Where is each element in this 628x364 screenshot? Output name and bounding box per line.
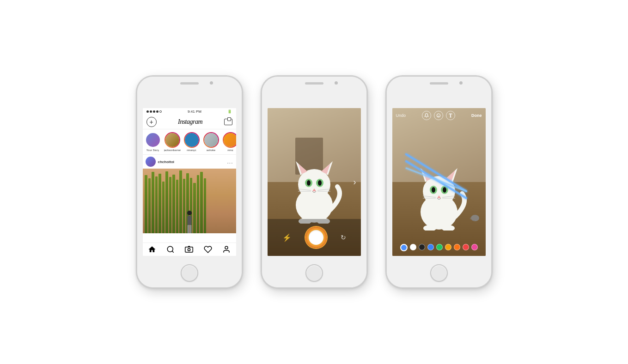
ninanyc-avatar [184,132,200,148]
cactus-3 [152,172,154,233]
cat-photo-background: › ⚡ ↻ [268,108,361,256]
instagram-logo: Instagram [178,118,202,126]
heart-nav-button[interactable] [204,245,212,254]
post-header: chchoitoi ... [143,155,236,169]
instagram-header: + Instagram [143,115,236,129]
profile-nav-button[interactable] [222,245,231,254]
svg-line-43 [406,154,466,191]
color-black[interactable] [419,244,425,250]
signal-dots [146,110,162,113]
story-item-minz[interactable]: minz [222,132,236,152]
story-item-ashoke[interactable]: ashoke [203,132,219,152]
cactus-17 [200,172,203,233]
signal-dot-4 [156,110,159,113]
speaker-icon [180,82,199,85]
phone-drawing: Undo Done [386,76,492,288]
your-story-label: Your Story [146,149,159,152]
post-options-button[interactable]: ... [227,158,233,165]
color-pink[interactable] [471,244,478,250]
phone-camera: › ⚡ ↻ [261,76,367,288]
bottom-navigation [143,243,236,256]
cactus-4 [155,176,158,233]
inbox-icon[interactable] [224,119,232,125]
cactus-16 [197,175,199,233]
cactus-7 [165,171,168,233]
jacksonbarnett-label: jacksonbarnett [164,149,181,152]
color-blue[interactable] [427,244,434,250]
speaker-icon-2 [305,82,323,85]
phone-top-notch-3 [387,77,491,90]
drawing-top-bar: Undo Done [392,108,486,123]
front-camera-icon-2 [335,81,338,85]
color-orange[interactable] [454,244,460,250]
svg-point-50 [437,114,440,117]
cactus-8 [169,177,171,233]
cactus-6 [162,182,165,233]
signal-dot-3 [153,110,155,113]
undo-button[interactable]: Undo [396,113,406,118]
home-button-3[interactable] [430,264,448,282]
svg-rect-1 [187,216,191,225]
post-user-info[interactable]: chchoitoi [146,157,175,167]
instagram-screen: 9:41 PM 🔋 + Instagram [143,108,236,256]
laser-lines-drawing [402,145,471,200]
phone-top-notch-2 [262,77,366,90]
notification-bell-icon[interactable] [422,111,431,120]
phone-top-notch [137,77,242,90]
color-amber[interactable] [445,244,451,250]
status-bar: 9:41 PM 🔋 [143,108,236,115]
text-tool-icon[interactable] [446,111,455,120]
svg-point-7 [188,249,190,251]
next-arrow-button[interactable]: › [354,177,356,187]
cactus-5 [159,174,161,233]
svg-rect-3 [189,225,191,233]
drawing-screen: Undo Done [392,108,486,256]
phones-container: 9:41 PM 🔋 + Instagram [127,67,501,297]
shutter-button[interactable] [305,227,327,248]
cactus-10 [176,180,178,233]
flash-icon[interactable]: ⚡ [282,233,292,242]
cactus-11 [179,170,182,233]
svg-point-18 [318,180,322,186]
done-button[interactable]: Done [471,113,482,118]
signal-dot-5 [159,110,162,113]
phone-instagram-feed: 9:41 PM 🔋 + Instagram [136,76,243,288]
sticker-icon[interactable] [434,111,443,120]
color-red[interactable] [463,244,469,250]
jacksonbarnett-avatar [165,132,180,148]
home-nav-button[interactable] [148,245,156,254]
svg-line-45 [406,168,466,191]
drawing-top-icons [422,111,455,120]
battery-icon: 🔋 [227,109,232,114]
color-palette [392,244,486,251]
svg-point-0 [187,211,192,215]
color-blue-active[interactable] [400,244,408,251]
svg-line-5 [172,251,174,252]
camera-controls: ⚡ ↻ [268,219,361,256]
story-item-your-story[interactable]: Your Story [145,132,161,152]
story-item-jacksonbarnett[interactable]: jacksonbarnett [164,132,181,152]
stories-row: Your Story jacksonbarnett ninanyc [143,129,236,155]
ashoke-avatar [203,132,219,148]
cactus-1 [145,175,147,233]
home-button-2[interactable] [305,264,323,282]
svg-rect-2 [187,225,189,233]
mouse-sticker-icon [470,214,480,221]
story-item-ninanyc[interactable]: ninanyc [183,132,200,152]
cactus-2 [148,178,151,233]
drawing-background: Undo Done [392,108,486,256]
camera-nav-button[interactable] [185,245,193,254]
svg-rect-6 [185,247,193,252]
signal-dot-1 [146,110,149,113]
search-nav-button[interactable] [166,245,175,254]
ninanyc-label: ninanyc [187,149,196,152]
flip-camera-icon[interactable]: ↻ [341,234,346,241]
cactus-columns [143,169,208,233]
color-green[interactable] [436,244,443,250]
home-button-1[interactable] [181,264,198,282]
status-time: 9:41 PM [188,109,201,114]
add-story-button[interactable]: + [146,117,157,127]
svg-point-46 [471,215,479,221]
color-white[interactable] [410,244,416,250]
cactus-18 [204,178,206,233]
